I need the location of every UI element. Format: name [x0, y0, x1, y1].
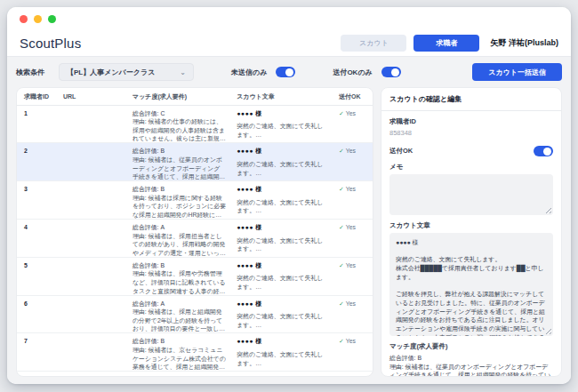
- row-scout-text: ●●●● 様 突然のご連絡、文面にて失礼します。 株式会社█████で採用責任者…: [229, 143, 332, 180]
- scout-text-textarea[interactable]: ●●●● 様 突然のご連絡、文面にて失礼します。 株式会社█████で採用責任者…: [389, 233, 553, 336]
- row-match: 総合評価: B 理由: 候補者は、採用や労務管理など、評価項目に記載されているタ…: [125, 258, 229, 295]
- match-label: マッチ度(求人要件): [389, 342, 553, 351]
- close-window-icon[interactable]: [20, 15, 28, 23]
- unsent-only-toggle[interactable]: [276, 67, 295, 77]
- jobseeker-id-value: 858348: [389, 129, 553, 137]
- scout-edit-panel: スカウトの確認と編集 求職者ID 858348 送付OK メモ スカウト文章: [381, 87, 562, 377]
- main-content: 検索条件 【PL】人事メンバークラス ⌄ 未送信のみ 送付OKのみ スカウト一括…: [7, 57, 571, 384]
- row-send-ok: ✓Yes: [332, 220, 373, 257]
- row-send-ok: ✓Yes: [332, 333, 373, 371]
- row-url: [56, 258, 125, 295]
- bulk-send-button[interactable]: スカウト一括送信: [472, 63, 562, 81]
- minimize-window-icon[interactable]: [34, 15, 42, 23]
- col-header-send-ok: 送付OK: [332, 88, 373, 105]
- chevron-down-icon: ⌄: [180, 68, 186, 76]
- search-condition-selected-value: 【PL】人事メンバークラス: [67, 68, 155, 77]
- table-row[interactable]: 5 総合評価: B 理由: 候補者は、採用や労務管理など、評価項目に記載されてい…: [17, 258, 373, 296]
- row-match: 総合評価: B 理由: 候補者は、ネットプロテクショ...: [125, 372, 229, 377]
- row-send-ok: ✓Yes: [332, 143, 373, 180]
- row-match: 総合評価: A 理由: 候補者は、採用と組織開発の分野で2年以上の経験を持ってお…: [125, 296, 229, 333]
- search-conditions-label: 検索条件: [16, 68, 44, 77]
- row-jobseeker-id: 7: [17, 333, 56, 371]
- send-ok-only-label: 送付OKのみ: [333, 68, 372, 77]
- row-jobseeker-id: 1: [17, 106, 56, 143]
- tab-scout[interactable]: スカウト: [341, 35, 406, 52]
- tab-jobseeker[interactable]: 求職者: [413, 35, 479, 52]
- row-jobseeker-id: 5: [17, 258, 56, 295]
- row-match: 総合評価: A 理由: 候補者は、採用担当者としての経験があり、採用戦略の開発や…: [125, 220, 229, 257]
- row-send-ok: ✓Yes: [332, 106, 373, 143]
- table-row[interactable]: 2 総合評価: B 理由: 候補者は、従業員のオンボーディングとオフボーディング…: [17, 143, 373, 181]
- check-icon: ✓: [339, 148, 344, 154]
- row-scout-text: ●●●● 様 突然のご連絡、文面にて失礼します。 株式会社█████で採用責任者…: [229, 296, 332, 333]
- row-match: 総合評価: C 理由: 候補者の仕事の経験には、採用や組織開発の人事経験は含まれ…: [125, 106, 229, 143]
- table-row[interactable]: 3 総合評価: B 理由: 候補者は採用に関する経験を持っており、ポジションに必…: [17, 181, 373, 220]
- row-url: [56, 220, 125, 257]
- check-icon: ✓: [339, 338, 344, 344]
- row-scout-text: ●●●● 様 突然のご連絡、文面にて失礼します。 株式会社█████で採用責任者…: [229, 372, 332, 377]
- table-row[interactable]: 1 総合評価: C 理由: 候補者の仕事の経験には、採用や組織開発の人事経験は含…: [17, 106, 373, 144]
- row-jobseeker-id: 8: [17, 372, 56, 377]
- row-send-ok: ✓Yes: [332, 372, 373, 377]
- memo-label: メモ: [389, 163, 553, 172]
- row-match: 総合評価: B 理由: 候補者は、従業員のオンボーディングとオフボーディング手続…: [125, 143, 229, 180]
- jobseeker-id-label: 求職者ID: [389, 117, 553, 126]
- send-ok-only-toggle[interactable]: [381, 67, 401, 77]
- row-match: 総合評価: B 理由: 候補者は、京セラコミュニケーションシステム株式会社での業…: [125, 333, 229, 371]
- unsent-only-label: 未送信のみ: [231, 68, 267, 77]
- check-icon: ✓: [339, 224, 344, 230]
- filter-bar: 検索条件 【PL】人事メンバークラス ⌄ 未送信のみ 送付OKのみ スカウト一括…: [16, 62, 562, 82]
- table-row[interactable]: 7 総合評価: B 理由: 候補者は、京セラコミュニケーションシステム株式会社で…: [17, 333, 373, 372]
- scout-text-label: スカウト文章: [389, 221, 553, 230]
- check-icon: ✓: [339, 262, 344, 268]
- row-url: [56, 372, 125, 377]
- col-header-jobseeker-id: 求職者ID: [17, 88, 56, 105]
- search-condition-select[interactable]: 【PL】人事メンバークラス ⌄: [59, 63, 194, 81]
- window-titlebar: [7, 7, 571, 30]
- row-scout-text: ●●●● 様 突然のご連絡、文面にて失礼します。 株式会社█████で採用責任者…: [229, 220, 332, 257]
- check-icon: ✓: [339, 300, 344, 307]
- col-header-url: URL: [56, 88, 125, 105]
- row-send-ok: ✓Yes: [332, 258, 373, 295]
- row-scout-text: ●●●● 様 突然のご連絡、文面にて失礼します。 株式会社█████で採用責任者…: [229, 258, 332, 295]
- send-ok-toggle[interactable]: [534, 146, 553, 156]
- col-header-match: マッチ度(求人要件): [125, 88, 229, 105]
- table-header-row: 求職者ID URL マッチ度(求人要件) スカウト文章 送付OK: [17, 88, 373, 106]
- check-icon: ✓: [339, 376, 344, 377]
- row-jobseeker-id: 6: [17, 296, 56, 333]
- app-header: ScoutPlus スカウト 求職者 矢野 洋祐(Pluslab): [7, 30, 571, 57]
- row-url: [56, 143, 125, 180]
- row-url: [56, 106, 125, 143]
- row-scout-text: ●●●● 様 突然のご連絡、文面にて失礼します。 株式会社█████で採用責任者…: [229, 333, 332, 371]
- table-body: 1 総合評価: C 理由: 候補者の仕事の経験には、採用や組織開発の人事経験は含…: [17, 106, 373, 377]
- row-jobseeker-id: 2: [17, 143, 56, 180]
- app-window: ScoutPlus スカウト 求職者 矢野 洋祐(Pluslab) 検索条件 【…: [7, 7, 571, 384]
- row-scout-text: ●●●● 様 突然のご連絡、文面にて失礼します。 株式会社█████で採用責任者…: [229, 106, 332, 143]
- row-url: [56, 296, 125, 333]
- candidates-table: 求職者ID URL マッチ度(求人要件) スカウト文章 送付OK 1 総合評価:…: [16, 87, 373, 377]
- table-row[interactable]: 4 総合評価: A 理由: 候補者は、採用担当者としての経験があり、採用戦略の開…: [17, 220, 373, 258]
- row-jobseeker-id: 3: [17, 181, 56, 219]
- row-jobseeker-id: 4: [17, 220, 56, 257]
- user-name: 矢野 洋祐(Pluslab): [490, 37, 558, 49]
- zoom-window-icon[interactable]: [48, 15, 56, 23]
- table-row[interactable]: 6 総合評価: A 理由: 候補者は、採用と組織開発の分野で2年以上の経験を持っ…: [17, 296, 373, 334]
- check-icon: ✓: [339, 110, 344, 116]
- app-logo-title: ScoutPlus: [20, 36, 81, 51]
- memo-textarea[interactable]: [389, 174, 553, 215]
- send-ok-label: 送付OK: [389, 147, 413, 156]
- row-url: [56, 333, 125, 371]
- row-send-ok: ✓Yes: [332, 181, 373, 219]
- check-icon: ✓: [339, 186, 344, 192]
- row-send-ok: ✓Yes: [332, 296, 373, 333]
- panel-title: スカウトの確認と編集: [381, 88, 561, 111]
- match-evaluation-text: 総合評価: B 理由: 候補者は、従業員のオンボーディングとオフボーディング手続…: [389, 354, 553, 376]
- row-scout-text: ●●●● 様 突然のご連絡、文面にて失礼します。 株式会社█████で採用責任者…: [229, 181, 332, 219]
- row-match: 総合評価: B 理由: 候補者は採用に関する経験を持っており、ポジションに必要な…: [125, 181, 229, 219]
- table-row[interactable]: 8 総合評価: B 理由: 候補者は、ネットプロテクショ... ●●●● 様 突…: [17, 372, 373, 377]
- col-header-scout-text: スカウト文章: [229, 88, 332, 105]
- row-url: [56, 181, 125, 219]
